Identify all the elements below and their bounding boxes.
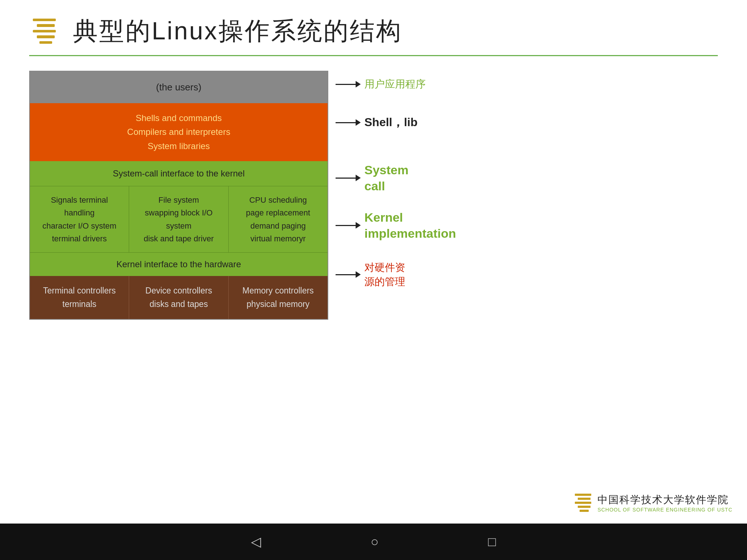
ann-users: 用户应用程序 (336, 77, 426, 91)
users-label: (the users) (156, 82, 201, 93)
ctrl-cell-0: Terminal controllers terminals (30, 276, 129, 319)
nav-bar: ◁ ○ □ (0, 524, 747, 560)
ctrl-cell-2-line2: physical memory (234, 298, 322, 311)
kernel-cell-1-line2: swapping block I/O (135, 206, 222, 219)
school-name-cn: 中国科学技术大学软件学院 (597, 493, 732, 507)
kernel-cell-1-line4: disk and tape driver (135, 232, 222, 245)
shell-arrow (336, 119, 361, 126)
orange-layer: Shells and commands Compilers and interp… (30, 103, 328, 161)
ann-kernel: Kernel implementation (336, 209, 456, 241)
logo-bar-5 (39, 41, 52, 44)
kernel-cell-1: File system swapping block I/O system di… (129, 186, 228, 252)
kernel-layer: Signals terminal handling character I/O … (30, 186, 328, 252)
kernel-cell-1-line1: File system (135, 194, 222, 206)
school-text: 中国科学技术大学软件学院 SCHOOL OF SOFTWARE ENGINEER… (597, 493, 732, 513)
hw-interface-layer: Kernel interface to the hardware (30, 252, 328, 276)
logo-bar-2 (37, 24, 55, 27)
kernel-cell-2-line3: demand paging (234, 219, 322, 232)
syscall-layer: System-call interface to the kernel (30, 161, 328, 186)
ann-users-text: 用户应用程序 (364, 77, 426, 91)
ctrl-cell-1-line1: Device controllers (135, 284, 222, 298)
kernel-cell-2-line1: CPU scheduling (234, 194, 322, 206)
ann-shell-text: Shell，lib (364, 114, 418, 131)
hw-arrow (336, 271, 361, 278)
orange-line2: Compilers and interpreters (37, 125, 320, 139)
ann-kernel-text: Kernel implementation (364, 209, 456, 241)
school-logo-icon (575, 494, 593, 512)
logo-bar-1 (33, 19, 56, 22)
kernel-cell-1-line3: system (135, 219, 222, 232)
ann-syscall: System call (336, 162, 409, 194)
ctrl-cell-2-line1: Memory controllers (234, 284, 322, 298)
nav-back-icon[interactable]: ◁ (251, 534, 261, 549)
ctrl-cell-2: Memory controllers physical memory (229, 276, 328, 319)
slide-title: 典型的Linux操作系统的结构 (73, 15, 402, 48)
ctrl-cell-0-line1: Terminal controllers (35, 284, 123, 298)
ann-syscall-text: System call (364, 162, 409, 194)
kernel-cell-2: CPU scheduling page replacement demand p… (229, 186, 328, 252)
users-layer: (the users) (30, 71, 328, 103)
syscall-arrow (336, 175, 361, 181)
orange-line1: Shells and commands (37, 111, 320, 125)
kernel-cell-0: Signals terminal handling character I/O … (30, 186, 129, 252)
ctrl-cell-1-line2: disks and tapes (135, 298, 222, 311)
slide-area: 典型的Linux操作系统的结构 (the users) Shells and c… (0, 0, 747, 524)
nav-recent-icon[interactable]: □ (488, 534, 496, 549)
kernel-cell-0-line3: character I/O system (35, 219, 123, 232)
nav-home-icon[interactable]: ○ (371, 534, 379, 549)
title-divider (29, 55, 718, 56)
hw-interface-label: Kernel interface to the hardware (116, 259, 241, 269)
kernel-cell-2-line4: virtual memoryr (234, 232, 322, 245)
content-area: (the users) Shells and commands Compiler… (29, 71, 718, 320)
kernel-arrow (336, 222, 361, 229)
logo-bar-4 (37, 35, 55, 38)
header: 典型的Linux操作系统的结构 (29, 15, 718, 48)
syscall-label: System-call interface to the kernel (113, 168, 245, 178)
orange-line3: System libraries (37, 139, 320, 153)
kernel-cell-2-line2: page replacement (234, 206, 322, 219)
logo-bar-3 (33, 30, 56, 33)
annotations-container: 用户应用程序 Shell，lib System call (336, 71, 718, 297)
kernel-cell-0-line4: terminal drivers (35, 232, 123, 245)
ann-hw: 对硬件资 源的管理 (336, 260, 405, 289)
annotations: 用户应用程序 Shell，lib System call (328, 71, 718, 297)
ctrl-cell-0-line2: terminals (35, 298, 123, 311)
ctrl-cell-1: Device controllers disks and tapes (129, 276, 228, 319)
diagram: (the users) Shells and commands Compiler… (29, 71, 328, 320)
kernel-cell-0-line2: handling (35, 206, 123, 219)
kernel-cell-0-line1: Signals terminal (35, 194, 123, 206)
logo-icon (29, 15, 62, 48)
school-name-en: SCHOOL OF SOFTWARE ENGINEERING OF USTC (597, 507, 732, 513)
controllers-layer: Terminal controllers terminals Device co… (30, 276, 328, 319)
ann-hw-text: 对硬件资 源的管理 (364, 260, 405, 289)
users-arrow (336, 81, 361, 88)
school-logo: 中国科学技术大学软件学院 SCHOOL OF SOFTWARE ENGINEER… (575, 493, 732, 513)
ann-shell: Shell，lib (336, 114, 418, 131)
